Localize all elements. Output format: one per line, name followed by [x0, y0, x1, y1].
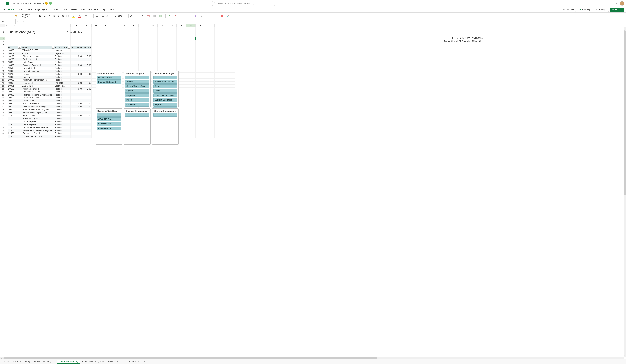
cell-P9[interactable]	[177, 52, 186, 55]
cell-Q9[interactable]	[186, 52, 196, 55]
cell-B33[interactable]: 21300	[8, 123, 21, 126]
cell-K7[interactable]	[129, 46, 139, 49]
column-header-R[interactable]: R	[196, 24, 205, 27]
sheet-tab[interactable]: BusinessUnits	[106, 360, 122, 363]
cell-C12[interactable]: Petty Cash	[21, 61, 54, 64]
cell-G9[interactable]	[91, 52, 101, 55]
row-header-33[interactable]: 33	[0, 123, 5, 126]
cell-R32[interactable]	[196, 120, 205, 123]
cell-A20[interactable]	[5, 84, 8, 88]
cell-R27[interactable]	[196, 105, 205, 109]
cell-A37[interactable]	[5, 135, 8, 138]
cell-E30[interactable]: 0.00	[71, 114, 82, 117]
cell-C33[interactable]: SUTA Payable	[21, 123, 54, 126]
cell-C19[interactable]: TOTAL ASSETS	[21, 82, 54, 85]
cell-E13[interactable]: 0.00	[71, 64, 82, 67]
increase-decimal-button[interactable]: .0→	[135, 14, 139, 18]
cell-N9[interactable]	[158, 52, 167, 55]
cell-T29[interactable]	[215, 111, 235, 114]
cell-A16[interactable]	[5, 73, 8, 76]
cell-J13[interactable]	[120, 64, 129, 67]
cell-K3[interactable]	[129, 34, 139, 37]
cell-B11[interactable]: 10200	[8, 58, 21, 61]
cell-D18[interactable]: Posting	[54, 79, 71, 82]
cell-A4[interactable]	[5, 37, 8, 40]
row-header-11[interactable]: 11	[0, 58, 5, 61]
sort-filter-button[interactable]	[200, 14, 203, 18]
cell-T2[interactable]	[215, 30, 235, 34]
cell-S34[interactable]	[205, 126, 215, 129]
cell-C14[interactable]: Prepaid Rent	[21, 67, 54, 70]
cell-J8[interactable]	[120, 49, 129, 52]
cell-F28[interactable]	[82, 108, 91, 111]
menu-view[interactable]: View	[81, 8, 85, 11]
cell-E24[interactable]	[71, 96, 82, 99]
cell-Q12[interactable]	[186, 61, 196, 64]
conditional-format-button[interactable]	[159, 14, 162, 18]
cell-J7[interactable]	[120, 46, 129, 49]
cell-B28[interactable]: 20800	[8, 108, 21, 111]
cell-O10[interactable]	[167, 55, 177, 58]
cell-T17[interactable]	[215, 76, 235, 79]
cell-Q4[interactable]	[186, 37, 196, 40]
chevron-down-icon[interactable]: ⌄	[204, 15, 205, 17]
scroll-down-icon[interactable]: ▾	[625, 355, 625, 357]
cell-R18[interactable]	[196, 79, 205, 82]
cell-B13[interactable]: 10400	[8, 64, 21, 67]
cell-C29[interactable]: State Withholding Payable	[21, 111, 54, 114]
cell-D33[interactable]: Posting	[54, 123, 71, 126]
clear-button[interactable]	[194, 14, 197, 18]
cell-Q8[interactable]	[186, 49, 196, 52]
cell-G12[interactable]	[91, 61, 101, 64]
cell-D8[interactable]: Heading	[54, 49, 71, 52]
cell-F31[interactable]	[82, 117, 91, 120]
row-header-21[interactable]: 21	[0, 88, 5, 91]
slicer-incomebalance[interactable]: Income/BalanceBalance SheetIncome Statem…	[96, 71, 122, 107]
cell-B30[interactable]: 21000	[8, 114, 21, 117]
cell-T21[interactable]	[215, 88, 235, 91]
slicer-item[interactable]: Expense	[125, 94, 149, 97]
cell-R19[interactable]	[196, 82, 205, 85]
cell-S26[interactable]	[205, 102, 215, 105]
cell-N3[interactable]	[158, 34, 167, 37]
cell-E14[interactable]	[71, 67, 82, 70]
cell-E18[interactable]	[71, 79, 82, 82]
cell-N11[interactable]	[158, 58, 167, 61]
chevron-down-icon[interactable]: ⌄	[192, 15, 193, 17]
row-header-12[interactable]: 12	[0, 61, 5, 64]
menu-home[interactable]: Home	[8, 8, 14, 11]
chevron-down-icon[interactable]: ⌄	[171, 15, 172, 17]
cell-E5[interactable]	[71, 40, 82, 43]
cell-F3[interactable]	[82, 34, 91, 37]
cell-Q21[interactable]	[186, 88, 196, 91]
cell-B31[interactable]: 21100	[8, 117, 21, 120]
cell-D20[interactable]: Begin-Total	[54, 84, 71, 88]
cell-C32[interactable]: FUTA Payable	[21, 120, 54, 123]
cell-T13[interactable]	[215, 64, 235, 67]
row-header-34[interactable]: 34	[0, 126, 5, 129]
cell-S4[interactable]	[205, 37, 215, 40]
cell-Q35[interactable]	[186, 129, 196, 132]
sheet-tab[interactable]: By Business Unit (LCY)	[32, 360, 57, 363]
cell-F36[interactable]	[82, 132, 91, 135]
cell-E33[interactable]	[71, 123, 82, 126]
cell-F8[interactable]	[82, 49, 91, 52]
cell-D4[interactable]	[54, 37, 71, 40]
column-header-F[interactable]: F	[82, 24, 91, 27]
cell-D30[interactable]: Posting	[54, 114, 71, 117]
cell-C27[interactable]: Accrued Salaries & Wages	[21, 105, 54, 109]
cell-C28[interactable]: Federal Withholding Payable	[21, 108, 54, 111]
cell-T24[interactable]	[215, 96, 235, 99]
cell-M4[interactable]	[148, 37, 158, 40]
row-header-1[interactable]: 1	[0, 27, 5, 30]
scroll-thumb[interactable]	[3, 357, 378, 359]
cell-B4[interactable]	[8, 37, 21, 40]
menu-file[interactable]: File	[2, 8, 5, 11]
cell-J1[interactable]	[120, 27, 129, 30]
cell-R35[interactable]	[196, 129, 205, 132]
cell-F10[interactable]: 0.00	[82, 55, 91, 58]
row-header-22[interactable]: 22	[0, 90, 5, 94]
row-header-3[interactable]: 3	[0, 34, 5, 37]
column-header-E[interactable]: E	[71, 24, 82, 27]
cell-S11[interactable]	[205, 58, 215, 61]
